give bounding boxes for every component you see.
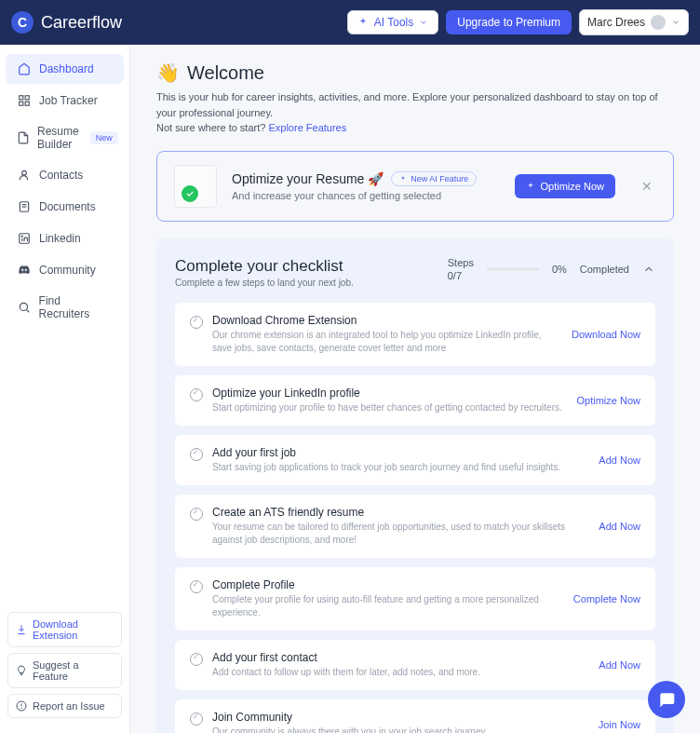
header-actions: AI Tools Upgrade to Premium Marc Drees xyxy=(347,9,689,35)
user-name-label: Marc Drees xyxy=(587,16,645,29)
sidebar-item-label: Linkedin xyxy=(39,232,81,245)
checklist-item-title: Optimize your LinkedIn profile xyxy=(212,387,568,400)
ai-tools-button[interactable]: AI Tools xyxy=(347,10,438,34)
svg-point-4 xyxy=(22,170,27,175)
sidebar-item-label: Documents xyxy=(39,200,96,213)
chevron-down-icon xyxy=(671,18,680,27)
user-icon xyxy=(17,168,32,183)
report-label: Report an Issue xyxy=(33,700,105,712)
checklist-item-desc: Complete your profile for using auto-fil… xyxy=(212,593,564,619)
collapse-button[interactable] xyxy=(642,263,655,276)
checklist-item-cta[interactable]: Add Now xyxy=(599,455,640,466)
optimize-now-button[interactable]: Optimize Now xyxy=(515,174,615,198)
grid-icon xyxy=(17,93,32,108)
alert-icon xyxy=(16,700,27,712)
checklist-item: Optimize your LinkedIn profile Start opt… xyxy=(175,375,655,426)
sidebar: Dashboard Job Tracker Resume Builder New… xyxy=(0,45,130,733)
brand-logo[interactable]: C Careerflow xyxy=(11,11,122,34)
download-icon xyxy=(16,624,27,635)
checklist-item-title: Add your first contact xyxy=(212,651,589,664)
upgrade-button[interactable]: Upgrade to Premium xyxy=(446,10,572,34)
checkbox-icon xyxy=(190,448,203,461)
document-icon xyxy=(17,199,32,214)
discord-icon xyxy=(17,263,32,278)
checklist-item: Create an ATS friendly resume Your resum… xyxy=(175,495,655,558)
completed-label: Completed xyxy=(580,264,629,275)
optimize-subtitle: And increase your chances of getting sel… xyxy=(232,190,500,201)
sidebar-item-community[interactable]: Community xyxy=(6,255,124,285)
checklist-item-cta[interactable]: Optimize Now xyxy=(577,395,640,406)
wave-emoji: 👋 xyxy=(156,61,180,84)
checkbox-icon xyxy=(190,316,203,329)
checklist-item-title: Complete Profile xyxy=(212,578,564,591)
chat-icon xyxy=(657,690,676,709)
sidebar-item-label: Job Tracker xyxy=(39,94,98,107)
lightbulb-icon xyxy=(16,665,27,676)
sidebar-item-label: Dashboard xyxy=(39,62,94,75)
download-extension-button[interactable]: Download Extension xyxy=(7,612,122,647)
chat-widget-button[interactable] xyxy=(648,681,685,718)
sidebar-item-label: Community xyxy=(39,264,96,277)
svg-rect-2 xyxy=(20,102,23,105)
checklist-item-cta[interactable]: Add Now xyxy=(599,521,640,532)
steps-value: 0/7 xyxy=(448,270,474,281)
user-menu-button[interactable]: Marc Drees xyxy=(579,9,689,35)
search-icon xyxy=(17,300,32,315)
optimize-title: Optimize your Resume 🚀 xyxy=(232,171,384,186)
checkbox-icon xyxy=(190,713,203,726)
checklist-item-desc: Your resume can be tailored to different… xyxy=(212,521,589,547)
explore-features-link[interactable]: Explore Features xyxy=(268,122,346,133)
close-button[interactable]: ✕ xyxy=(638,175,656,197)
sidebar-item-job-tracker[interactable]: Job Tracker xyxy=(6,86,124,115)
checklist-item-cta[interactable]: Add Now xyxy=(599,659,640,671)
avatar xyxy=(651,15,666,30)
sidebar-item-contacts[interactable]: Contacts xyxy=(6,160,124,190)
sidebar-item-dashboard[interactable]: Dashboard xyxy=(6,54,124,84)
sidebar-item-documents[interactable]: Documents xyxy=(6,192,124,222)
svg-rect-1 xyxy=(25,96,29,100)
logo-icon: C xyxy=(11,11,34,34)
sidebar-item-resume-builder[interactable]: Resume Builder New xyxy=(6,117,124,158)
sparkle-icon xyxy=(357,17,369,28)
optimize-resume-card: Optimize your Resume 🚀 New AI Feature An… xyxy=(156,151,674,222)
chevron-down-icon xyxy=(419,18,428,27)
checklist-item-cta[interactable]: Complete Now xyxy=(573,593,640,604)
checkbox-icon xyxy=(190,388,203,401)
checklist-subtitle: Complete a few steps to land your next j… xyxy=(175,278,354,288)
svg-rect-3 xyxy=(25,102,29,105)
checklist-item-cta[interactable]: Download Now xyxy=(572,329,640,340)
report-issue-button[interactable]: Report an Issue xyxy=(7,694,122,718)
sidebar-item-label: Find Recruiters xyxy=(39,294,113,320)
resume-preview-icon xyxy=(174,165,217,208)
checkbox-icon xyxy=(190,653,203,666)
checklist-item-cta[interactable]: Join Now xyxy=(599,719,640,730)
welcome-line1: This is your hub for career insights, ac… xyxy=(156,91,658,118)
steps-label: Steps xyxy=(448,257,474,268)
new-badge: New xyxy=(90,131,118,144)
checklist-item-desc: Our community is always there with you i… xyxy=(212,726,589,734)
sidebar-item-linkedin[interactable]: Linkedin xyxy=(6,224,124,253)
linkedin-icon xyxy=(17,231,32,246)
sidebar-item-find-recruiters[interactable]: Find Recruiters xyxy=(6,287,124,328)
svg-point-9 xyxy=(21,236,22,237)
checkbox-icon xyxy=(190,508,203,521)
page-title: Welcome xyxy=(187,62,264,84)
checklist-item: Complete Profile Complete your profile f… xyxy=(175,567,655,631)
checklist-item: Add your first job Start saving job appl… xyxy=(175,435,655,485)
checklist-item: Join Community Our community is always t… xyxy=(175,699,655,734)
chevron-up-icon xyxy=(642,263,655,276)
brand-name: Careerflow xyxy=(41,13,122,33)
download-label: Download Extension xyxy=(33,618,114,641)
checklist-item-title: Download Chrome Extension xyxy=(212,314,562,327)
percent-label: 0% xyxy=(552,264,567,275)
checklist-item-desc: Our chrome extension is an integrated to… xyxy=(212,329,562,355)
checklist-item-desc: Start optimizing your profile to have be… xyxy=(212,401,568,414)
svg-point-16 xyxy=(21,708,22,709)
checklist-item-desc: Start saving job applications to track y… xyxy=(212,461,589,474)
checklist-item: Download Chrome Extension Our chrome ext… xyxy=(175,303,655,366)
svg-rect-0 xyxy=(20,96,23,100)
close-icon: ✕ xyxy=(641,179,653,194)
checklist-item-title: Create an ATS friendly resume xyxy=(212,506,589,519)
svg-line-13 xyxy=(26,309,29,312)
suggest-feature-button[interactable]: Suggest a Feature xyxy=(7,653,122,688)
